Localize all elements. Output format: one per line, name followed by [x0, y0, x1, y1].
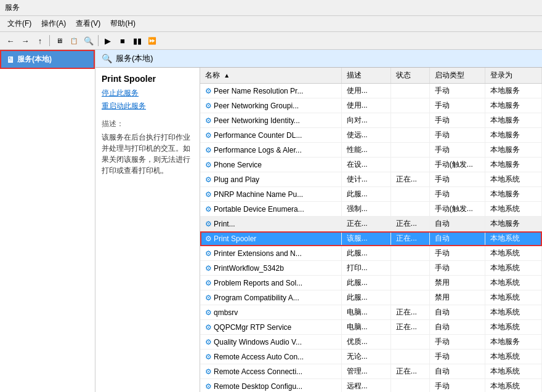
toolbar-back[interactable]: ←	[4, 34, 17, 47]
table-row[interactable]: ⚙PNRP Machine Name Pu...此服...手动本地服务	[200, 187, 542, 202]
table-row[interactable]: ⚙Phone Service在设...手动(触发...本地服务	[200, 158, 542, 172]
gear-icon: ⚙	[205, 279, 212, 287]
service-login-cell: 本地系统	[485, 350, 542, 364]
toolbar-pause[interactable]: ▮▮	[131, 34, 144, 47]
table-row[interactable]: ⚙QQPCMgr RTP Service电脑...正在...自动本地系统	[200, 320, 542, 335]
service-start-cell: 手动(触发...	[429, 158, 485, 172]
service-status-cell	[390, 143, 429, 158]
service-desc-cell: 使远...	[341, 128, 390, 143]
toolbar: ← → ↑ 🖥 📋 🔍 ▶ ■ ▮▮ ⏩	[0, 32, 542, 50]
stop-link[interactable]: 停止此服务	[95, 87, 200, 100]
table-row[interactable]: ⚙Peer Name Resolution Pr...使用...手动本地服务	[200, 84, 542, 98]
service-desc-cell: 电脑...	[341, 320, 390, 335]
col-name[interactable]: 名称 ▲	[200, 68, 341, 84]
service-status-cell	[390, 246, 429, 261]
service-login-cell: 本地系统	[485, 364, 542, 379]
service-login-cell: 本地系统	[485, 305, 542, 320]
gear-icon: ⚙	[205, 353, 212, 361]
service-desc-cell: 远程...	[341, 379, 390, 393]
service-login-cell: 本地服务	[485, 113, 542, 128]
service-status-cell	[390, 261, 429, 276]
service-login-cell: 本地系统	[485, 172, 542, 187]
table-row[interactable]: ⚙Print...正在...正在...自动本地服务	[200, 217, 542, 231]
toolbar-restart[interactable]: ⏩	[145, 34, 159, 47]
service-login-cell: 本地服务	[485, 143, 542, 158]
table-row[interactable]: ⚙Print Spooler该服...正在...自动本地系统	[200, 231, 542, 246]
menu-file[interactable]: 文件(F)	[5, 17, 34, 30]
table-row[interactable]: ⚙Remote Access Auto Con...无论...手动本地系统	[200, 350, 542, 364]
menu-view[interactable]: 查看(V)	[73, 17, 103, 30]
col-login[interactable]: 登录为	[485, 68, 542, 84]
toolbar-show-hide[interactable]: 🖥	[52, 34, 66, 47]
service-start-cell: 自动	[429, 305, 485, 320]
service-name-cell: ⚙Performance Logs & Aler...	[200, 143, 341, 158]
table-row[interactable]: ⚙Problem Reports and Sol...此服...禁用本地系统	[200, 276, 542, 290]
col-status[interactable]: 状态	[390, 68, 429, 84]
table-row[interactable]: ⚙Peer Networking Groupi...使用...手动本地服务	[200, 98, 542, 113]
service-status-cell	[390, 202, 429, 217]
service-desc-cell: 此服...	[341, 276, 390, 290]
toolbar-forward[interactable]: →	[18, 34, 32, 47]
service-name-cell: ⚙Problem Reports and Sol...	[200, 276, 341, 290]
service-name-cell: ⚙Remote Access Connecti...	[200, 364, 341, 379]
service-login-cell: 本地系统	[485, 246, 542, 261]
toolbar-up[interactable]: ↑	[33, 34, 47, 47]
desc-label: 描述：	[95, 113, 200, 130]
menu-action[interactable]: 操作(A)	[39, 17, 68, 30]
table-row[interactable]: ⚙PrintWorkflow_5342b打印...手动本地系统	[200, 261, 542, 276]
table-row[interactable]: ⚙Portable Device Enumera...强制...手动(触发...…	[200, 202, 542, 217]
service-status-cell	[390, 113, 429, 128]
restart-link[interactable]: 重启动此服务	[95, 100, 200, 113]
table-row[interactable]: ⚙Remote Access Connecti...管理...正在...自动本地…	[200, 364, 542, 379]
service-login-cell: 本地服务	[485, 217, 542, 231]
service-start-cell: 手动	[429, 350, 485, 364]
sidebar-label: 服务(本地)	[17, 54, 52, 65]
main-layout: Print Spooler 停止此服务 重启动此服务 描述： 该服务在后台执行打…	[95, 68, 542, 392]
service-login-cell: 本地系统	[485, 276, 542, 290]
gear-icon: ⚙	[205, 146, 212, 154]
col-desc[interactable]: 描述	[341, 68, 390, 84]
service-name-cell: ⚙Remote Access Auto Con...	[200, 350, 341, 364]
toolbar-properties[interactable]: 📋	[67, 34, 81, 47]
gear-icon: ⚙	[205, 323, 212, 332]
service-name-cell: ⚙Remote Desktop Configu...	[200, 379, 341, 393]
service-desc-cell: 无论...	[341, 350, 390, 364]
menu-help[interactable]: 帮助(H)	[108, 17, 138, 30]
table-row[interactable]: ⚙Plug and Play使计...正在...手动本地系统	[200, 172, 542, 187]
table-row[interactable]: ⚙qmbsrv电脑...正在...自动本地系统	[200, 305, 542, 320]
gear-icon: ⚙	[205, 205, 212, 214]
service-status-cell: 正在...	[390, 172, 429, 187]
service-login-cell: 本地服务	[485, 335, 542, 350]
toolbar-search[interactable]: 🔍	[82, 34, 95, 47]
table-row[interactable]: ⚙Quality Windows Audio V...优质...手动本地服务	[200, 335, 542, 350]
table-row[interactable]: ⚙Printer Extensions and N...此服...手动本地系统	[200, 246, 542, 261]
service-login-cell: 本地系统	[485, 261, 542, 276]
table-row[interactable]: ⚙Remote Desktop Configu...远程...手动本地系统	[200, 379, 542, 393]
sidebar-header[interactable]: 🖥 服务(本地)	[0, 50, 95, 69]
service-desc-cell: 该服...	[341, 231, 390, 246]
service-name-cell: ⚙QQPCMgr RTP Service	[200, 320, 341, 335]
col-start[interactable]: 启动类型	[429, 68, 485, 84]
table-row[interactable]: ⚙Peer Networking Identity...向对...手动本地服务	[200, 113, 542, 128]
gear-icon: ⚙	[205, 87, 212, 95]
service-start-cell: 禁用	[429, 276, 485, 290]
service-status-cell	[390, 379, 429, 393]
table-row[interactable]: ⚙Performance Logs & Aler...性能...手动本地服务	[200, 143, 542, 158]
service-name-cell: ⚙Printer Extensions and N...	[200, 246, 341, 261]
toolbar-sep2	[98, 35, 99, 46]
service-desc-cell: 性能...	[341, 143, 390, 158]
toolbar-stop[interactable]: ■	[116, 34, 129, 47]
toolbar-play[interactable]: ▶	[101, 34, 115, 47]
info-panel: Print Spooler 停止此服务 重启动此服务 描述： 该服务在后台执行打…	[95, 68, 200, 392]
service-start-cell: 手动	[429, 335, 485, 350]
service-start-cell: 手动	[429, 98, 485, 113]
service-status-cell	[390, 290, 429, 305]
table-row[interactable]: ⚙Program Compatibility A...此服...禁用本地系统	[200, 290, 542, 305]
gear-icon: ⚙	[205, 190, 212, 199]
service-desc-cell: 此服...	[341, 187, 390, 202]
service-desc-cell: 管理...	[341, 364, 390, 379]
service-status-cell: 正在...	[390, 217, 429, 231]
table-row[interactable]: ⚙Performance Counter DL...使远...手动本地服务	[200, 128, 542, 143]
menu-bar: 文件(F) 操作(A) 查看(V) 帮助(H)	[0, 16, 542, 32]
sidebar: 🖥 服务(本地)	[0, 50, 95, 392]
